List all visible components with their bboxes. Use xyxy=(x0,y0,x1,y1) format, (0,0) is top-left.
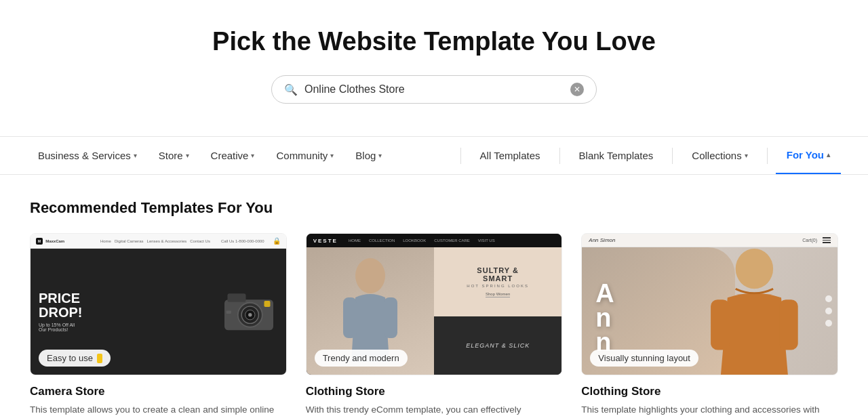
nav-right: All Templates Blank Templates Collection… xyxy=(469,137,841,174)
card-title-ann: Clothing Store xyxy=(581,385,838,398)
chevron-down-icon: ▾ xyxy=(251,152,254,159)
nav-blog-label: Blog xyxy=(355,150,376,161)
chevron-down-icon: ▾ xyxy=(330,152,334,159)
nav-item-blank-templates[interactable]: Blank Templates xyxy=(568,138,665,173)
hero-title: Pick the Website Template You Love xyxy=(14,27,854,56)
ann-social-icons xyxy=(825,295,832,327)
svg-rect-12 xyxy=(711,299,730,350)
nav-collections-label: Collections xyxy=(692,150,741,161)
nav-item-all-templates[interactable]: All Templates xyxy=(469,138,551,173)
card-clothing-store-1[interactable]: VESTE HOME COLLECTION LOOKBOOK CUSTOMER … xyxy=(306,233,563,416)
svg-point-11 xyxy=(736,249,773,289)
search-icon: 🔍 xyxy=(284,83,298,96)
nav-for-you-label: For You xyxy=(787,149,824,161)
card-image-clothing-1: VESTE HOME COLLECTION LOOKBOOK CUSTOMER … xyxy=(306,233,563,375)
nav-item-business[interactable]: Business & Services ▾ xyxy=(27,138,148,173)
svg-rect-10 xyxy=(384,297,397,338)
chevron-down-icon: ▾ xyxy=(745,152,748,159)
card-camera-store[interactable]: M MaxxCam Home Digital Cameras Lenses & … xyxy=(30,233,287,416)
card-clothing-store-2[interactable]: Ann Simon Cart(0) xyxy=(581,233,838,416)
search-input[interactable] xyxy=(304,83,564,96)
search-bar: 🔍 ✕ xyxy=(271,75,597,104)
nav-divider-1 xyxy=(460,148,461,164)
hero-section: Pick the Website Template You Love 🔍 ✕ xyxy=(0,0,868,136)
camera-mockup-nav: M MaxxCam Home Digital Cameras Lenses & … xyxy=(31,234,286,249)
camera-image xyxy=(218,287,279,337)
card-desc-clothing-1: With this trendy eComm template, you can… xyxy=(306,403,563,416)
nav-creative-label: Creative xyxy=(211,150,249,161)
nav-business-label: Business & Services xyxy=(38,150,131,161)
nav-blank-templates-label: Blank Templates xyxy=(579,150,654,161)
badge-dot-icon xyxy=(97,354,102,363)
svg-rect-7 xyxy=(226,310,231,314)
svg-rect-1 xyxy=(227,293,245,302)
nav-item-community[interactable]: Community ▾ xyxy=(265,138,344,173)
nav-divider-3 xyxy=(672,148,673,164)
template-cards-grid: M MaxxCam Home Digital Cameras Lenses & … xyxy=(30,233,838,416)
search-bar-container: 🔍 ✕ xyxy=(14,75,854,104)
svg-rect-13 xyxy=(779,299,798,350)
card-badge-ann: Visually stunning layout xyxy=(590,350,698,367)
svg-point-8 xyxy=(355,258,385,293)
card-desc-camera: This template allows you to create a cle… xyxy=(30,403,287,416)
nav-all-templates-label: All Templates xyxy=(480,150,540,161)
nav-item-creative[interactable]: Creative ▾ xyxy=(200,138,266,173)
hamburger-icon xyxy=(823,237,831,243)
card-title-clothing-1: Clothing Store xyxy=(306,385,563,398)
svg-rect-6 xyxy=(264,301,270,307)
nav-divider-2 xyxy=(559,148,560,164)
nav-left: Business & Services ▾ Store ▾ Creative ▾… xyxy=(27,138,452,173)
card-image-ann: Ann Simon Cart(0) xyxy=(581,233,838,375)
nav-item-blog[interactable]: Blog ▾ xyxy=(344,138,393,173)
nav-bar: Business & Services ▾ Store ▾ Creative ▾… xyxy=(0,136,868,175)
main-content: Recommended Templates For You M MaxxCam … xyxy=(0,175,868,416)
nav-item-collections[interactable]: Collections ▾ xyxy=(681,138,758,173)
svg-rect-9 xyxy=(343,297,357,338)
chevron-up-icon: ▴ xyxy=(827,151,830,159)
clothing-mockup-nav: VESTE HOME COLLECTION LOOKBOOK CUSTOMER … xyxy=(307,234,562,247)
card-badge-camera: Easy to use xyxy=(39,350,111,367)
chevron-down-icon: ▾ xyxy=(378,152,382,159)
nav-store-label: Store xyxy=(159,150,183,161)
svg-point-5 xyxy=(248,313,252,316)
nav-community-label: Community xyxy=(276,150,328,161)
nav-item-for-you[interactable]: For You ▴ xyxy=(776,137,841,174)
chevron-down-icon: ▾ xyxy=(186,152,189,159)
card-image-camera: M MaxxCam Home Digital Cameras Lenses & … xyxy=(30,233,287,375)
chevron-down-icon: ▾ xyxy=(134,152,137,159)
card-desc-ann: This template highlights your clothing a… xyxy=(581,403,838,416)
nav-item-store[interactable]: Store ▾ xyxy=(148,138,200,173)
nav-divider-4 xyxy=(767,148,768,164)
card-title-camera: Camera Store xyxy=(30,385,287,398)
clear-search-button[interactable]: ✕ xyxy=(570,83,584,96)
ann-mockup-nav: Ann Simon Cart(0) xyxy=(582,234,837,247)
card-badge-clothing-1: Trendy and modern xyxy=(315,350,408,367)
section-title: Recommended Templates For You xyxy=(30,199,838,217)
